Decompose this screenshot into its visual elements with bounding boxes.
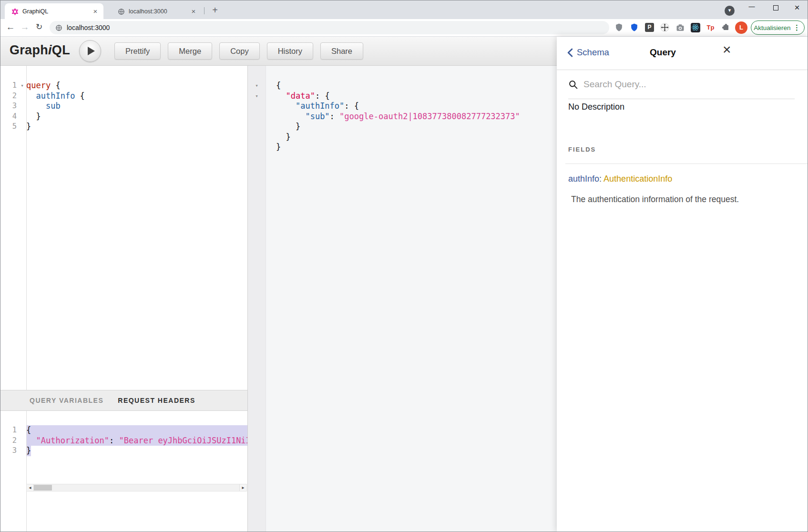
- code-text: }: [26, 122, 31, 132]
- result-viewer[interactable]: ▾{▾ "data": { "authInfo": { "sub": "goog…: [248, 66, 557, 532]
- editor-pane: 1▾query {2 authInfo {3 sub4 }5} QUERY VA…: [0, 66, 248, 532]
- code-line[interactable]: 1▾query {: [0, 81, 247, 91]
- query-editor[interactable]: 1▾query {2 authInfo {3 sub4 }5}: [0, 66, 247, 390]
- line-number: 3: [0, 101, 18, 112]
- tab-title: GraphiQL: [22, 8, 91, 15]
- address-bar[interactable]: localhost:3000: [50, 21, 609, 34]
- code-line[interactable]: ▾{: [248, 81, 557, 91]
- doc-explorer-header: Schema Query ×: [557, 37, 808, 70]
- fold-arrow-icon[interactable]: ▾: [248, 91, 266, 102]
- doc-back-link[interactable]: Schema: [567, 47, 609, 58]
- fold-gutter: [248, 132, 266, 143]
- move-tool-extension-icon[interactable]: [660, 22, 670, 32]
- tab-query-variables[interactable]: QUERY VARIABLES: [30, 397, 103, 404]
- scrollbar-thumb[interactable]: [34, 485, 52, 491]
- toolbar-button-row: PrettifyMergeCopyHistoryShare: [114, 42, 363, 60]
- code-line[interactable]: "authInfo": {: [248, 101, 557, 112]
- code-text: }: [266, 132, 291, 143]
- caret-down-icon: ▾: [728, 7, 731, 13]
- back-button[interactable]: ←: [4, 20, 17, 34]
- bitwarden-extension-icon[interactable]: [629, 22, 639, 32]
- history-button[interactable]: History: [267, 42, 313, 60]
- maximize-button[interactable]: [767, 0, 784, 16]
- line-number: 1: [0, 81, 18, 91]
- minimize-button[interactable]: —: [744, 0, 760, 16]
- menu-kebab-icon[interactable]: ⋮: [793, 23, 800, 32]
- execute-query-button[interactable]: [79, 40, 101, 62]
- fold-gutter: [18, 436, 26, 446]
- window-close-button[interactable]: ×: [789, 0, 805, 16]
- doc-no-description: No Description: [568, 102, 624, 112]
- photopea-extension-icon[interactable]: P: [644, 22, 655, 32]
- fold-gutter: [248, 101, 266, 112]
- code-line[interactable]: "sub": "google-oauth2|108377380082777232…: [248, 112, 557, 122]
- globe-icon: [118, 8, 125, 15]
- tampermonkey-extension-icon[interactable]: Tp: [706, 22, 716, 32]
- tab-search-button[interactable]: ▾: [725, 6, 735, 16]
- scroll-left-button[interactable]: ◂: [27, 484, 34, 491]
- code-line[interactable]: 5}: [0, 122, 247, 132]
- code-line[interactable]: 2 authInfo {: [0, 91, 247, 102]
- code-line[interactable]: }: [248, 142, 557, 153]
- line-number: 3: [0, 446, 18, 456]
- scroll-right-button[interactable]: ▸: [239, 484, 246, 491]
- chrome-update-button[interactable]: Aktualisieren ⋮: [751, 20, 805, 35]
- reload-button[interactable]: ↻: [32, 20, 46, 34]
- doc-field-type-link[interactable]: AuthenticationInfo: [603, 174, 672, 184]
- code-text: {: [26, 425, 247, 436]
- doc-search-placeholder: Search Query...: [583, 79, 646, 90]
- doc-title: Query: [650, 47, 676, 58]
- new-tab-button[interactable]: +: [209, 4, 221, 17]
- code-text: }: [26, 446, 31, 456]
- tab-request-headers[interactable]: REQUEST HEADERS: [118, 397, 195, 404]
- chevron-left-icon: [567, 48, 573, 57]
- merge-button[interactable]: Merge: [168, 42, 212, 60]
- code-text: }: [266, 142, 281, 153]
- tab-localhost[interactable]: localhost:3000 ×: [111, 3, 202, 20]
- fold-arrow-icon[interactable]: ▾: [248, 81, 266, 91]
- line-number: 1: [0, 425, 18, 436]
- tab-title: localhost:3000: [129, 8, 189, 15]
- code-line[interactable]: 1{: [0, 425, 247, 436]
- camera-extension-icon[interactable]: [675, 22, 685, 32]
- minimize-icon: —: [749, 3, 755, 10]
- code-line[interactable]: 3}: [0, 446, 247, 456]
- graphiql-logo: GraphiQL: [10, 43, 70, 58]
- prettify-button[interactable]: Prettify: [114, 42, 161, 60]
- browser-toolbar: ← → ↻ localhost:3000 P: [0, 19, 808, 37]
- horizontal-scrollbar[interactable]: ◂ ▸: [26, 484, 247, 491]
- share-button[interactable]: Share: [320, 42, 363, 60]
- code-line[interactable]: }: [248, 132, 557, 143]
- tab-close-icon[interactable]: ×: [189, 7, 198, 16]
- doc-search-box[interactable]: Search Query...: [568, 70, 795, 99]
- graphiql-favicon-icon: [11, 8, 19, 15]
- ublock-extension-icon[interactable]: [614, 22, 624, 32]
- fold-gutter: [248, 142, 266, 153]
- fold-arrow-icon[interactable]: ▾: [18, 81, 26, 91]
- code-line[interactable]: 4 }: [0, 112, 247, 122]
- code-text: "sub": "google-oauth2|108377380082777232…: [266, 112, 520, 122]
- fold-gutter: [18, 112, 26, 122]
- browser-tab-strip: GraphiQL × localhost:3000 × + ▾ — ×: [0, 0, 808, 19]
- code-line[interactable]: ▾ "data": {: [248, 91, 557, 102]
- fold-gutter: [18, 425, 26, 436]
- tab-graphiql[interactable]: GraphiQL ×: [5, 3, 103, 20]
- code-text: sub: [26, 101, 61, 112]
- code-text: "Authorization": "Bearer eyJhbGciOiJSUzI…: [26, 436, 247, 446]
- profile-avatar[interactable]: L: [735, 21, 747, 34]
- extensions-puzzle-icon[interactable]: [721, 22, 731, 32]
- code-line[interactable]: 2 "Authorization": "Bearer eyJhbGciOiJSU…: [0, 436, 247, 446]
- doc-field-description: The authentication information of the re…: [571, 194, 739, 205]
- tab-divider: [204, 7, 205, 14]
- code-line[interactable]: 3 sub: [0, 101, 247, 112]
- copy-button[interactable]: Copy: [219, 42, 260, 60]
- forward-button[interactable]: →: [18, 20, 31, 34]
- tab-close-icon[interactable]: ×: [91, 7, 100, 16]
- line-number: 2: [0, 436, 18, 446]
- doc-close-button[interactable]: ×: [723, 41, 731, 58]
- request-headers-editor[interactable]: 1{2 "Authorization": "Bearer eyJhbGciOiJ…: [0, 411, 247, 532]
- react-devtools-extension-icon[interactable]: [690, 22, 700, 32]
- doc-field-name-link[interactable]: authInfo: [568, 174, 599, 184]
- code-line[interactable]: }: [248, 122, 557, 132]
- play-icon: [88, 47, 95, 55]
